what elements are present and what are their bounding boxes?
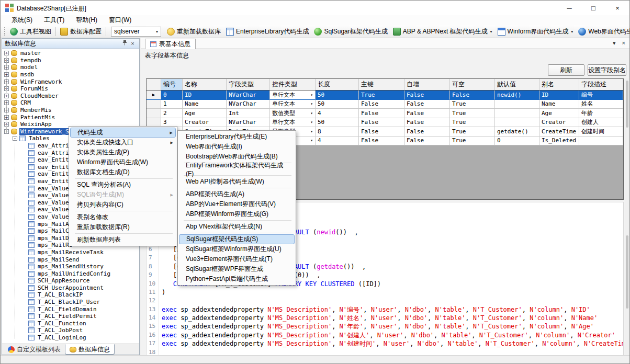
- submenu-item[interactable]: EnterpriseLibrary代码生成(E): [179, 132, 295, 142]
- grid-cell[interactable]: 创建人: [579, 118, 623, 128]
- grid-cell[interactable]: [495, 100, 539, 109]
- submenu-item[interactable]: ABP框架代码生成(A): [179, 189, 295, 199]
- context-menu-item[interactable]: Winform界面代码生成(W): [70, 157, 176, 167]
- grid-cell[interactable]: 创建时间: [579, 127, 623, 136]
- grid-cell[interactable]: 0: [161, 90, 183, 100]
- grid-row[interactable]: 3CreatorNVarChar单行文本▾50FalseFalseTrueCre…: [147, 118, 623, 128]
- grid-cell[interactable]: False: [404, 127, 450, 136]
- tree-table-item[interactable]: T_ACL_JobPost: [2, 327, 139, 334]
- grid-cell[interactable]: NVarChar: [227, 100, 270, 109]
- grid-cell[interactable]: 50: [316, 118, 359, 128]
- grid-column-header[interactable]: 字段类型: [227, 79, 270, 90]
- close-button[interactable]: ×: [605, 1, 629, 16]
- grid-cell[interactable]: False: [450, 90, 495, 100]
- combo-dropdown-icon[interactable]: ▾: [310, 120, 313, 124]
- grid-row-header[interactable]: [147, 100, 161, 109]
- grid-cell[interactable]: False: [359, 127, 404, 136]
- grid-cell[interactable]: False: [359, 109, 404, 118]
- grid-cell[interactable]: Is_Deleted: [539, 136, 579, 146]
- grid-cell[interactable]: 0: [495, 136, 539, 146]
- grid-cell[interactable]: [495, 118, 539, 128]
- grid-cell[interactable]: newid(): [495, 90, 539, 100]
- toolbar-button[interactable]: 重新加载数据库: [164, 26, 223, 37]
- grid-cell[interactable]: 4: [316, 109, 359, 118]
- grid-column-header[interactable]: 长度: [316, 79, 359, 90]
- menu-item[interactable]: 帮助(H): [70, 16, 103, 25]
- grid-cell[interactable]: 4: [316, 136, 359, 146]
- tree-database-item[interactable]: +PatientMis: [2, 113, 139, 121]
- refresh-button[interactable]: 刷新: [548, 64, 584, 76]
- grid-cell[interactable]: 50: [316, 90, 359, 100]
- grid-cell[interactable]: True: [450, 100, 495, 109]
- tree-table-item[interactable]: T_ACL_BlackIP_User: [2, 299, 139, 306]
- tree-table-item[interactable]: mps_MailReceiveTask: [2, 249, 139, 256]
- combo-dropdown-icon[interactable]: ▾: [310, 138, 313, 143]
- grid-cell[interactable]: False: [359, 136, 404, 146]
- tree-table-item[interactable]: mps_MailSendHistory: [2, 263, 139, 270]
- menu-item[interactable]: 工具(T): [38, 16, 70, 25]
- grid-cell[interactable]: False: [404, 136, 450, 146]
- set-field-alias-button[interactable]: 设置字段别名: [588, 64, 626, 76]
- grid-cell[interactable]: 50: [316, 100, 359, 109]
- grid-column-header[interactable]: 别名: [539, 79, 579, 90]
- toolbar-button[interactable]: ABP & ABPNext 框架代码生成▾: [390, 26, 495, 37]
- tree-database-item[interactable]: +ForumMis: [2, 85, 139, 93]
- combo-dropdown-icon[interactable]: ▾: [310, 129, 313, 134]
- grid-cell[interactable]: False: [404, 100, 450, 109]
- grid-cell[interactable]: 2: [161, 109, 183, 118]
- toolbar-button[interactable]: SqlSugar框架代码生成: [311, 26, 390, 37]
- combo-dropdown-icon[interactable]: ▾: [310, 111, 313, 116]
- grid-cell[interactable]: False: [404, 90, 450, 100]
- grid-column-header[interactable]: 可空: [450, 79, 495, 90]
- context-menu-item[interactable]: 数据库文档生成(D): [70, 167, 176, 177]
- grid-cell[interactable]: True: [450, 118, 495, 128]
- grid-cell[interactable]: NVarChar: [227, 118, 270, 128]
- grid-cell[interactable]: NVarChar: [227, 90, 270, 100]
- grid-cell[interactable]: getdate(): [495, 127, 539, 136]
- left-bottom-tab[interactable]: 数据库信息: [65, 344, 115, 355]
- grid-cell[interactable]: Name: [539, 100, 579, 109]
- grid-cell[interactable]: Name: [183, 100, 227, 109]
- tree-database-item[interactable]: +tempdb: [2, 57, 139, 64]
- context-menu-item[interactable]: SQL 查询分析器(A): [70, 180, 176, 190]
- grid-cell[interactable]: False: [359, 118, 404, 128]
- grid-row-header[interactable]: [147, 109, 161, 118]
- submenu-item[interactable]: Python+FastApi后端代码生成: [179, 274, 295, 284]
- tree-table-item[interactable]: SCH_UserAppointment: [2, 285, 139, 292]
- context-menu-item[interactable]: 拷贝列表内容(C): [70, 200, 176, 210]
- grid-cell[interactable]: Age: [539, 109, 579, 118]
- combo-dropdown-icon[interactable]: ▾: [310, 101, 313, 106]
- maximize-button[interactable]: □: [581, 1, 605, 16]
- submenu-item[interactable]: SqlSugar框架Winform界面生成(U): [179, 244, 295, 254]
- tree-table-item[interactable]: T_ACL_FieldPermit: [2, 313, 139, 320]
- submenu-item[interactable]: SqlSugar框架WPF界面生成: [179, 264, 295, 274]
- tree-table-item[interactable]: mps_MailUnifiedConfig: [2, 270, 139, 277]
- grid-cell[interactable]: 数值类型▾: [270, 109, 316, 118]
- grid-cell[interactable]: True: [450, 136, 495, 146]
- context-menu-item[interactable]: 代码生成▶: [70, 128, 176, 138]
- pin-icon[interactable]: [121, 40, 129, 48]
- tree-table-item[interactable]: SCH_AppResource: [2, 277, 139, 285]
- grid-cell[interactable]: CreateTime: [539, 127, 579, 136]
- toolbar-button[interactable]: Winform界面代码生成▾: [495, 26, 576, 37]
- tree-database-item[interactable]: +CRM: [2, 99, 139, 107]
- toolbar-button[interactable]: 数据库配置: [58, 26, 104, 37]
- toolbar-button[interactable]: EnterpriseLibrary代码生成: [223, 26, 311, 37]
- grid-cell[interactable]: True: [450, 127, 495, 136]
- menu-item[interactable]: 系统(S): [6, 16, 38, 25]
- minimize-button[interactable]: ─: [557, 1, 581, 16]
- grid-cell[interactable]: Creator: [183, 118, 227, 128]
- menu-item[interactable]: 窗口(W): [103, 16, 137, 25]
- submenu-item[interactable]: ABP的Vue+Element界面代码(V): [179, 199, 295, 209]
- context-menu-item[interactable]: 实体类属性生成(P): [70, 147, 176, 157]
- grid-column-header[interactable]: 默认值: [495, 79, 539, 90]
- tree-table-item[interactable]: mps_MailSend: [2, 256, 139, 263]
- tree-database-item[interactable]: +msdb: [2, 71, 139, 78]
- grid-vertical-scrollbar[interactable]: [626, 81, 628, 128]
- context-menu-item[interactable]: SQL语句生成(M)▶: [70, 190, 176, 200]
- context-menu-item[interactable]: 刷新数据库列表: [70, 235, 176, 245]
- toolbar-button[interactable]: Web界面代码生成▾: [576, 26, 630, 37]
- db-type-combobox[interactable]: sqlserver▾: [111, 27, 161, 37]
- grid-cell[interactable]: 单行文本▾: [270, 100, 316, 109]
- submenu-item[interactable]: Web API控制器代码生成(W): [179, 177, 295, 187]
